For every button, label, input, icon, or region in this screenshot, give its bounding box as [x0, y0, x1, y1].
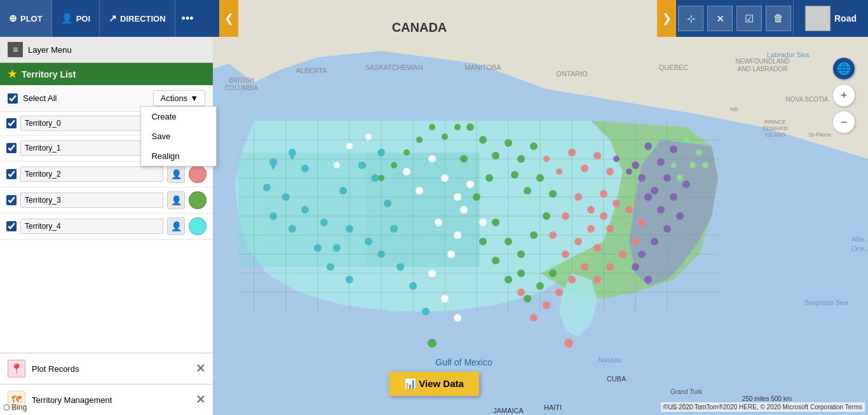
- svg-point-158: [702, 162, 709, 168]
- svg-text:JAMAICA: JAMAICA: [493, 407, 524, 414]
- right-expand-button[interactable]: ❯: [657, 0, 676, 37]
- svg-point-35: [269, 212, 277, 220]
- collapse-button[interactable]: ❮: [219, 0, 238, 37]
- territory-management-close-button[interactable]: ✕: [196, 393, 205, 407]
- save-menu-item[interactable]: Save: [141, 126, 216, 146]
- svg-point-112: [562, 212, 569, 220]
- globe-button[interactable]: 🌐: [832, 57, 855, 80]
- svg-point-63: [454, 231, 461, 239]
- left-panel: ≡ Layer Menu ★ Territory List Select All…: [0, 37, 213, 405]
- territory-1-checkbox[interactable]: [6, 143, 17, 153]
- zoom-out-button[interactable]: −: [832, 111, 855, 133]
- svg-point-137: [657, 158, 665, 166]
- territory-2-input[interactable]: [20, 167, 163, 182]
- plot-records-close-button[interactable]: ✕: [196, 362, 205, 376]
- svg-point-96: [454, 124, 461, 130]
- svg-point-42: [333, 244, 341, 252]
- clear-button[interactable]: ✕: [707, 6, 733, 31]
- territory-3-user-button[interactable]: 👤: [167, 191, 185, 209]
- territory-2-checkbox[interactable]: [6, 169, 17, 179]
- actions-menu: Create Save Realign: [140, 106, 217, 167]
- direction-button[interactable]: ↗ DIRECTION: [100, 0, 175, 37]
- plot-button[interactable]: ⊕ PLOT: [0, 0, 52, 37]
- svg-point-130: [632, 238, 639, 245]
- svg-point-78: [524, 187, 531, 194]
- svg-point-160: [671, 163, 676, 168]
- svg-point-71: [334, 162, 340, 168]
- zoom-in-button[interactable]: +: [832, 84, 855, 107]
- territory-2-user-button[interactable]: 👤: [167, 165, 185, 183]
- actions-button[interactable]: Actions ▼: [153, 90, 205, 106]
- svg-point-150: [638, 250, 646, 258]
- svg-point-73: [492, 152, 499, 160]
- dropdown-arrow-icon: ▼: [190, 93, 198, 103]
- svg-point-128: [606, 263, 614, 271]
- check-button[interactable]: ☑: [736, 6, 762, 31]
- svg-point-69: [346, 143, 353, 149]
- svg-point-70: [365, 133, 372, 140]
- svg-point-68: [454, 314, 461, 322]
- svg-point-153: [626, 168, 632, 175]
- view-data-button[interactable]: 📊 View Data: [389, 372, 479, 396]
- svg-point-59: [454, 193, 461, 201]
- svg-point-66: [428, 269, 436, 277]
- territory-3-color-swatch[interactable]: [189, 191, 207, 209]
- svg-text:CUBA: CUBA: [607, 375, 627, 383]
- svg-point-149: [651, 238, 658, 245]
- territory-4-color-swatch[interactable]: [189, 217, 207, 235]
- poi-button[interactable]: 👤 POI: [52, 0, 100, 37]
- direction-label: DIRECTION: [120, 14, 166, 24]
- svg-point-52: [397, 263, 404, 271]
- road-button[interactable]: Road: [793, 0, 868, 37]
- svg-text:Gulf of Mexico: Gulf of Mexico: [435, 357, 492, 367]
- territory-4-checkbox[interactable]: [6, 221, 17, 231]
- svg-point-62: [479, 219, 487, 226]
- svg-point-114: [562, 250, 569, 258]
- svg-point-77: [511, 171, 519, 179]
- territory-4-user-button[interactable]: 👤: [167, 217, 185, 235]
- territory-management-panel: 🗺 Territory Management ✕: [0, 384, 213, 415]
- svg-point-113: [549, 231, 557, 239]
- realign-menu-item[interactable]: Realign: [141, 146, 216, 166]
- svg-text:HAITI: HAITI: [544, 404, 562, 411]
- svg-point-127: [593, 276, 601, 283]
- svg-point-154: [613, 156, 620, 162]
- territory-3-input[interactable]: [20, 193, 163, 208]
- top-toolbar: ⊕ PLOT 👤 POI ↗ DIRECTION •••: [0, 0, 229, 37]
- svg-point-91: [473, 193, 480, 201]
- svg-point-54: [422, 308, 430, 315]
- territory-0-checkbox[interactable]: [6, 118, 17, 128]
- svg-point-49: [384, 200, 391, 207]
- svg-point-99: [391, 162, 397, 168]
- direction-icon: ↗: [109, 13, 117, 24]
- svg-point-133: [556, 168, 562, 175]
- svg-point-156: [696, 149, 702, 156]
- delete-button[interactable]: 🗑: [766, 6, 791, 31]
- select-all-checkbox[interactable]: [8, 93, 18, 104]
- svg-point-74: [505, 139, 512, 147]
- svg-point-72: [479, 136, 487, 144]
- territory-3-checkbox[interactable]: [6, 195, 17, 205]
- svg-point-50: [390, 225, 398, 233]
- territory-list-header: ★ Territory List: [0, 63, 213, 85]
- plot-records-panel: 📍 Plot Records ✕: [0, 353, 213, 384]
- svg-point-129: [619, 250, 627, 258]
- svg-text:QUEBEC: QUEBEC: [659, 64, 689, 71]
- more-button[interactable]: •••: [175, 0, 200, 37]
- svg-point-39: [314, 244, 322, 252]
- select-tool-button[interactable]: ⊹: [678, 6, 703, 31]
- svg-point-138: [670, 146, 677, 153]
- svg-point-51: [377, 250, 385, 258]
- svg-point-53: [409, 282, 417, 290]
- territory-2-color-swatch[interactable]: [189, 165, 207, 183]
- select-all-row: Select All Actions ▼ Create Save Realign: [0, 85, 213, 112]
- svg-point-107: [593, 152, 601, 160]
- create-menu-item[interactable]: Create: [141, 107, 216, 126]
- table-row: 👤: [0, 187, 213, 214]
- plot-records-left: 📍 Plot Records: [8, 360, 79, 378]
- scale-bar: 250 miles 500 km: [742, 395, 792, 402]
- svg-point-38: [320, 219, 328, 226]
- svg-point-123: [555, 289, 563, 296]
- svg-point-142: [632, 161, 639, 169]
- territory-4-input[interactable]: [20, 219, 163, 234]
